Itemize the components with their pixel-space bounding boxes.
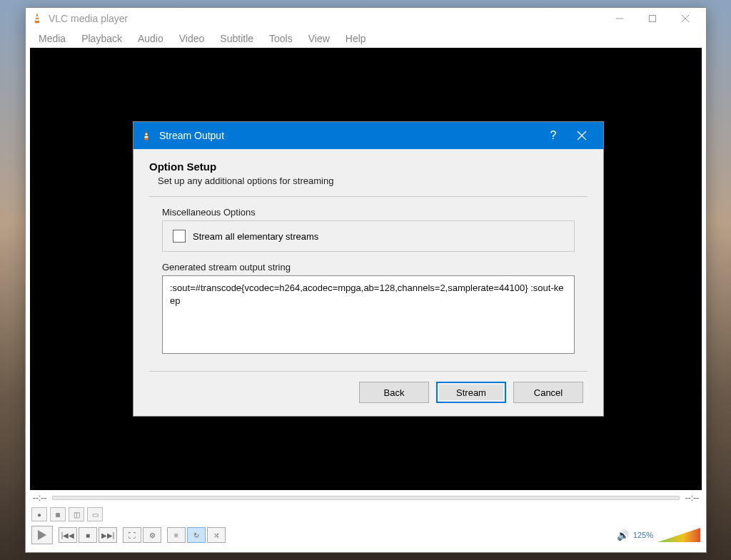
window-controls	[610, 11, 695, 26]
menu-audio[interactable]: Audio	[131, 31, 171, 46]
dialog-button-row: Back Stream Cancel	[149, 382, 588, 403]
loop-button[interactable]: ↻	[187, 527, 206, 543]
frame-step-button[interactable]: ▭	[87, 507, 103, 521]
toolbar-secondary: ● ◙ ◫ ▭	[26, 506, 706, 523]
stream-all-checkbox[interactable]	[173, 230, 186, 243]
menu-video[interactable]: Video	[172, 31, 212, 46]
stream-output-dialog: Stream Output ? Option Setup Set up any …	[133, 121, 604, 417]
previous-button[interactable]: |◀◀	[59, 527, 77, 543]
dialog-body: Option Setup Set up any additional optio…	[133, 149, 603, 416]
menu-playback[interactable]: Playback	[74, 31, 129, 46]
time-total: --:--	[685, 493, 699, 503]
play-button[interactable]	[31, 526, 53, 544]
generated-string-label: Generated stream output string	[162, 262, 588, 273]
snapshot-button[interactable]: ◙	[50, 507, 66, 521]
ab-loop-button[interactable]: ◫	[69, 507, 84, 521]
window-title: VLC media player	[49, 13, 610, 24]
menu-help[interactable]: Help	[338, 31, 373, 46]
back-button[interactable]: Back	[359, 382, 429, 403]
svg-rect-2	[36, 19, 39, 21]
dialog-title: Stream Output	[159, 130, 539, 141]
output-string-textarea[interactable]: :sout=#transcode{vcodec=h264,acodec=mpga…	[162, 275, 575, 354]
svg-rect-1	[36, 16, 39, 18]
vlc-logo-icon	[31, 13, 43, 24]
svg-rect-10	[145, 136, 148, 138]
seek-slider[interactable]	[52, 496, 679, 500]
fullscreen-button[interactable]: ⛶	[123, 527, 141, 543]
maximize-button[interactable]	[643, 11, 662, 26]
dialog-close-button[interactable]	[568, 125, 596, 146]
speaker-icon[interactable]: 🔊	[617, 529, 629, 541]
close-button[interactable]	[676, 11, 695, 26]
playlist-button[interactable]: ≡	[167, 527, 186, 543]
dialog-help-button[interactable]: ?	[539, 125, 568, 146]
stream-all-label: Stream all elementary streams	[193, 231, 318, 242]
svg-marker-7	[38, 530, 46, 540]
svg-marker-0	[35, 14, 39, 23]
volume-slider[interactable]	[657, 528, 700, 542]
menu-subtitle[interactable]: Subtitle	[213, 31, 261, 46]
misc-options-label: Miscellaneous Options	[162, 207, 588, 218]
menu-media[interactable]: Media	[31, 31, 73, 46]
time-elapsed: --:--	[33, 493, 46, 503]
stream-button[interactable]: Stream	[436, 382, 506, 403]
svg-rect-4	[650, 16, 656, 22]
dialog-titlebar: Stream Output ?	[133, 122, 603, 149]
cancel-button[interactable]: Cancel	[513, 382, 583, 403]
vlc-logo-icon	[141, 130, 152, 141]
extended-settings-button[interactable]: ⚙	[143, 527, 161, 543]
seek-row: --:-- --:--	[26, 490, 706, 506]
svg-rect-9	[146, 133, 148, 135]
divider	[149, 196, 588, 197]
stop-button[interactable]: ■	[79, 527, 97, 543]
titlebar: VLC media player	[26, 8, 706, 29]
minimize-button[interactable]	[610, 11, 629, 26]
record-button[interactable]: ●	[31, 507, 47, 521]
volume-percent: 125%	[633, 531, 653, 539]
menu-view[interactable]: View	[301, 31, 337, 46]
next-button[interactable]: ▶▶|	[99, 527, 117, 543]
toolbar-main: |◀◀ ■ ▶▶| ⛶ ⚙ ≡ ↻ ⤭ 🔊 125%	[26, 523, 706, 547]
volume-area: 🔊 125%	[617, 528, 700, 542]
menu-tools[interactable]: Tools	[262, 31, 300, 46]
dialog-heading: Option Setup	[149, 161, 588, 173]
shuffle-button[interactable]: ⤭	[207, 527, 226, 543]
svg-marker-8	[144, 131, 148, 140]
misc-options-group: Stream all elementary streams	[162, 220, 575, 252]
menubar: Media Playback Audio Video Subtitle Tool…	[26, 29, 706, 48]
divider	[149, 371, 588, 372]
dialog-subheading: Set up any additional options for stream…	[158, 175, 588, 186]
